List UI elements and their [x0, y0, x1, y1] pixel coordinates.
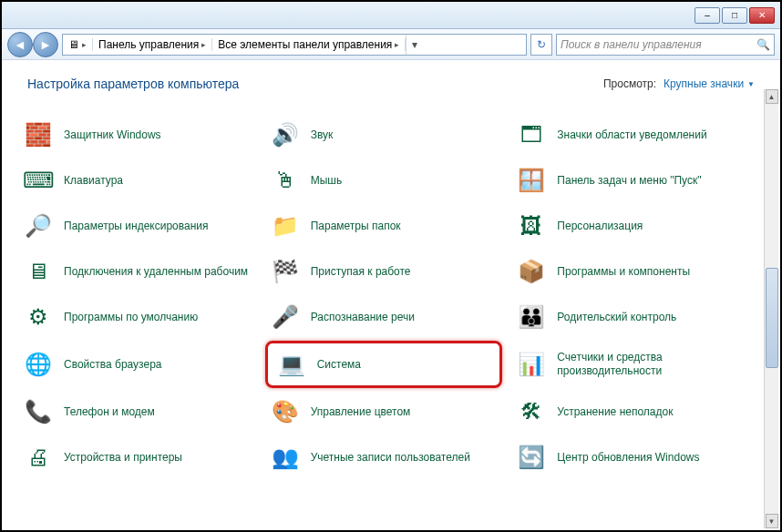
mouse-icon: 🖱: [269, 164, 302, 197]
cpl-item-label: Подключения к удаленным рабочим: [64, 265, 248, 279]
chevron-right-icon: ▸: [82, 40, 87, 49]
titlebar: – □ ✕: [2, 2, 780, 29]
sound-icon: 🔊: [269, 118, 302, 151]
cpl-item-system[interactable]: 💻Система: [265, 341, 503, 388]
maximize-button[interactable]: □: [722, 7, 747, 24]
system-icon: 💻: [275, 348, 308, 381]
cpl-item-label: Приступая к работе: [311, 265, 411, 279]
scroll-thumb[interactable]: [766, 268, 778, 368]
cpl-item-getting-started[interactable]: 🏁Приступая к работе: [265, 250, 503, 293]
forward-button[interactable]: ►: [33, 32, 58, 57]
cpl-item-label: Параметры папок: [311, 220, 401, 233]
programs-icon: 📦: [515, 255, 548, 288]
page-title: Настройка параметров компьютера: [27, 77, 239, 91]
cpl-item-speech[interactable]: 🎤Распознавание речи: [265, 295, 503, 339]
cpl-item-label: Учетные записи пользователей: [311, 451, 470, 465]
page-header: Настройка параметров компьютера Просмотр…: [2, 60, 780, 100]
view-label: Просмотр:: [603, 77, 656, 90]
perf-counters-icon: 📊: [515, 348, 548, 381]
cpl-item-defender[interactable]: 🧱Защитник Windows: [18, 113, 256, 157]
cpl-item-sound[interactable]: 🔊Звук: [265, 113, 503, 157]
breadcrumb-root[interactable]: 🖥 ▸: [63, 38, 93, 51]
defender-icon: 🧱: [22, 118, 55, 151]
cpl-item-perf-counters[interactable]: 📊Счетчики и средства производительности: [511, 341, 749, 388]
speech-icon: 🎤: [269, 301, 302, 333]
indexing-icon: 🔎: [22, 210, 55, 242]
cpl-item-label: Родительский контроль: [557, 311, 676, 324]
cpl-item-parental[interactable]: 👪Родительский контроль: [511, 295, 749, 339]
cpl-item-label: Программы по умолчанию: [64, 311, 198, 324]
scroll-track[interactable]: [766, 104, 778, 514]
cpl-item-label: Персонализация: [557, 220, 643, 233]
cpl-item-color-mgmt[interactable]: 🎨Управление цветом: [265, 390, 503, 434]
cpl-item-browser-props[interactable]: 🌐Свойства браузера: [18, 341, 256, 388]
view-value: Крупные значки: [664, 77, 744, 90]
cpl-item-indexing[interactable]: 🔎Параметры индексирования: [18, 204, 256, 248]
cpl-item-label: Управление цветом: [311, 405, 411, 419]
search-placeholder: Поиск в панели управления: [561, 38, 702, 51]
cpl-item-label: Значки области уведомлений: [557, 128, 706, 142]
folder-options-icon: 📁: [269, 210, 302, 242]
cpl-item-windows-update[interactable]: 🔄Центр обновления Windows: [511, 435, 749, 479]
keyboard-icon: ⌨: [22, 164, 55, 197]
personalization-icon: 🖼: [515, 210, 548, 242]
user-accounts-icon: 👥: [269, 441, 302, 474]
search-input[interactable]: Поиск в панели управления 🔍: [556, 34, 775, 56]
getting-started-icon: 🏁: [269, 255, 302, 288]
vertical-scrollbar[interactable]: ▲ ▼: [764, 89, 778, 528]
breadcrumb-seg2[interactable]: Все элементы панели управления ▸: [212, 38, 406, 51]
search-icon[interactable]: 🔍: [756, 38, 770, 51]
parental-icon: 👪: [515, 301, 548, 333]
cpl-item-taskbar[interactable]: 🪟Панель задач и меню "Пуск": [511, 159, 749, 202]
address-dropdown[interactable]: ▾: [406, 35, 422, 55]
cpl-item-notification-icons[interactable]: 🗔Значки области уведомлений: [511, 113, 749, 157]
cpl-item-keyboard[interactable]: ⌨Клавиатура: [18, 159, 256, 202]
cpl-item-devices-printers[interactable]: 🖨Устройства и принтеры: [18, 435, 256, 479]
remote-icon: 🖥: [22, 255, 55, 288]
troubleshoot-icon: 🛠: [515, 395, 548, 428]
default-programs-icon: ⚙: [22, 301, 55, 333]
browser-props-icon: 🌐: [22, 348, 55, 381]
cpl-item-label: Система: [317, 358, 361, 372]
cpl-item-troubleshoot[interactable]: 🛠Устранение неполадок: [511, 390, 749, 434]
phone-modem-icon: 📞: [22, 395, 55, 428]
cpl-item-user-accounts[interactable]: 👥Учетные записи пользователей: [265, 435, 503, 479]
address-bar[interactable]: 🖥 ▸ Панель управления ▸ Все элементы пан…: [62, 34, 527, 56]
scroll-down-button[interactable]: ▼: [766, 514, 778, 528]
cpl-item-label: Панель задач и меню "Пуск": [557, 174, 701, 188]
cpl-item-label: Центр обновления Windows: [557, 451, 699, 465]
chevron-down-icon: ▼: [747, 80, 755, 88]
cpl-item-label: Устройства и принтеры: [64, 451, 182, 465]
items-grid: 🧱Защитник Windows🔊Звук🗔Значки области ув…: [18, 113, 749, 479]
cpl-item-label: Мышь: [311, 174, 343, 188]
minimize-button[interactable]: –: [695, 7, 720, 24]
cpl-item-label: Распознавание речи: [311, 311, 415, 324]
cpl-item-personalization[interactable]: 🖼Персонализация: [511, 204, 749, 248]
breadcrumb-label: Панель управления: [98, 38, 199, 51]
cpl-item-programs[interactable]: 📦Программы и компоненты: [511, 250, 749, 293]
view-selector[interactable]: Крупные значки ▼: [664, 77, 755, 90]
cpl-item-default-programs[interactable]: ⚙Программы по умолчанию: [18, 295, 256, 339]
cpl-item-label: Клавиатура: [64, 174, 123, 188]
cpl-item-mouse[interactable]: 🖱Мышь: [265, 159, 503, 202]
computer-icon: 🖥: [68, 38, 79, 51]
cpl-item-label: Телефон и модем: [64, 405, 155, 419]
content-area: 🧱Защитник Windows🔊Звук🗔Значки области ув…: [2, 113, 766, 528]
cpl-item-label: Защитник Windows: [64, 128, 161, 142]
scroll-up-button[interactable]: ▲: [766, 89, 778, 104]
cpl-item-label: Параметры индексирования: [64, 220, 208, 233]
taskbar-icon: 🪟: [515, 164, 548, 197]
chevron-right-icon: ▸: [395, 40, 399, 49]
cpl-item-label: Счетчики и средства производительности: [557, 351, 746, 378]
cpl-item-folder-options[interactable]: 📁Параметры папок: [265, 204, 503, 248]
close-button[interactable]: ✕: [749, 7, 775, 24]
chevron-right-icon: ▸: [201, 40, 206, 49]
cpl-item-remote[interactable]: 🖥Подключения к удаленным рабочим: [18, 250, 256, 293]
windows-update-icon: 🔄: [515, 441, 548, 474]
cpl-item-phone-modem[interactable]: 📞Телефон и модем: [18, 390, 256, 434]
devices-printers-icon: 🖨: [22, 441, 55, 474]
back-button[interactable]: ◄: [7, 32, 33, 57]
refresh-button[interactable]: ↻: [530, 34, 552, 56]
breadcrumb-seg1[interactable]: Панель управления ▸: [93, 38, 212, 51]
color-mgmt-icon: 🎨: [269, 395, 302, 428]
